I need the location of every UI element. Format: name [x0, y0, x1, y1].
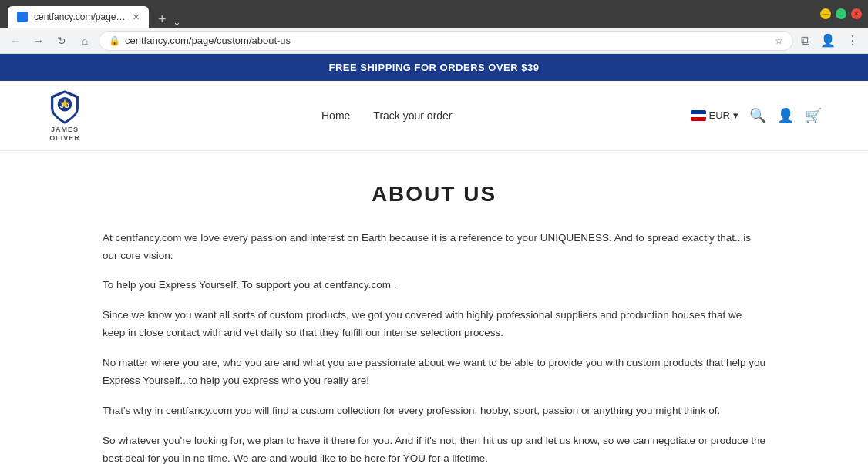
- about-paragraph: So whatever you're looking for, we plan …: [103, 432, 765, 464]
- about-paragraph: Since we know you want all sorts of cust…: [103, 307, 765, 342]
- address-bar-row: ← → ↻ ⌂ 🔒 centfancy.com/page/custom/abou…: [0, 28, 868, 54]
- currency-text: EUR: [709, 109, 730, 121]
- minimize-button[interactable]: —: [820, 8, 831, 19]
- browser-tabs: centfancy.com/page/custom/a... ✕ + ⌄: [0, 0, 181, 28]
- nav-home[interactable]: Home: [321, 109, 350, 122]
- profile-icon[interactable]: 👤: [817, 32, 839, 49]
- main-nav: Home Track your order: [321, 109, 453, 122]
- close-button[interactable]: ✕: [851, 8, 862, 19]
- extensions-icon[interactable]: ⧉: [798, 32, 812, 49]
- forward-button[interactable]: →: [29, 32, 48, 50]
- address-bar[interactable]: 🔒 centfancy.com/page/custom/about-us ☆: [99, 31, 793, 51]
- url-text: centfancy.com/page/custom/about-us: [125, 35, 770, 46]
- currency-chevron-icon: ▾: [733, 109, 738, 121]
- maximize-button[interactable]: □: [836, 8, 846, 19]
- back-button[interactable]: ←: [6, 32, 25, 50]
- cart-icon[interactable]: 🛒: [805, 107, 822, 124]
- page-title: ABOUT US: [103, 182, 765, 207]
- tab-title: centfancy.com/page/custom/a...: [34, 12, 126, 22]
- about-paragraph: At centfancy.com we love every passion a…: [103, 230, 765, 265]
- shipping-banner-text: FREE SHIPPING FOR ORDERS OVER $39: [329, 62, 540, 73]
- page-content: ABOUT US At centfancy.com we love every …: [87, 159, 781, 464]
- search-icon[interactable]: 🔍: [749, 107, 766, 124]
- window-controls: — □ ✕: [820, 8, 862, 19]
- reload-button[interactable]: ↻: [52, 32, 71, 50]
- tab-menu-icon[interactable]: ⌄: [173, 16, 181, 28]
- tab-favicon: [17, 12, 28, 22]
- browser-action-buttons: ⧉ 👤 ⋮: [798, 32, 862, 49]
- eu-flag-icon: [691, 110, 706, 121]
- more-icon[interactable]: ⋮: [843, 32, 862, 49]
- active-tab[interactable]: centfancy.com/page/custom/a... ✕: [8, 6, 149, 28]
- shipping-banner: FREE SHIPPING FOR ORDERS OVER $39: [0, 54, 868, 81]
- tab-close-icon[interactable]: ✕: [133, 12, 140, 22]
- site-header: JO JAMES OLIVER Home Track your order EU…: [0, 81, 868, 151]
- logo-shield-icon: JO: [46, 89, 83, 126]
- home-button[interactable]: ⌂: [76, 32, 94, 50]
- account-icon[interactable]: 👤: [777, 107, 794, 124]
- new-tab-button[interactable]: +: [152, 12, 173, 28]
- logo-text: JAMES OLIVER: [49, 126, 80, 143]
- about-paragraph: No matter where you are, who you are and…: [103, 355, 765, 390]
- header-actions: EUR ▾ 🔍 👤 🛒: [691, 107, 822, 124]
- star-icon[interactable]: ☆: [775, 35, 783, 46]
- currency-selector[interactable]: EUR ▾: [691, 109, 738, 121]
- about-paragraph: To help you Express Yourself. To support…: [103, 277, 765, 294]
- about-paragraphs: At centfancy.com we love every passion a…: [103, 230, 765, 464]
- browser-top-bar: centfancy.com/page/custom/a... ✕ + ⌄ — □…: [0, 0, 868, 28]
- logo-area[interactable]: JO JAMES OLIVER: [46, 89, 83, 143]
- nav-track-order[interactable]: Track your order: [373, 109, 452, 122]
- lock-icon: 🔒: [109, 35, 120, 46]
- about-paragraph: That's why in centfancy.com you will fin…: [103, 402, 765, 420]
